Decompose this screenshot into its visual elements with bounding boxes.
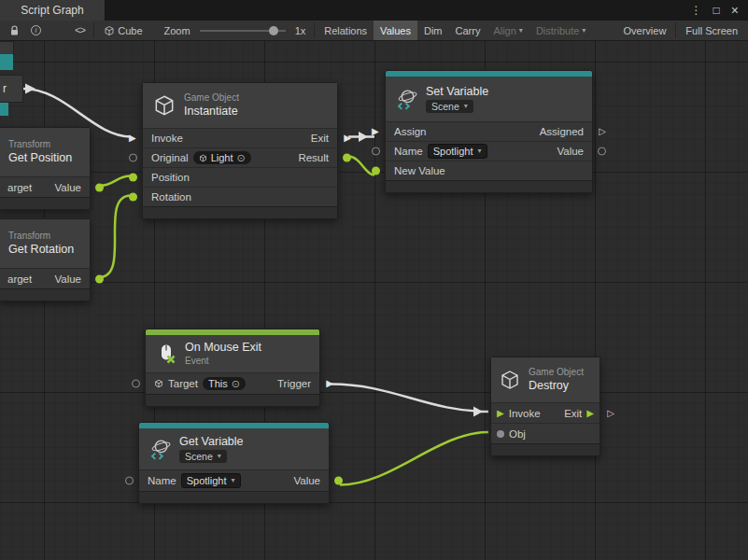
toolbar-separator [93, 22, 94, 38]
node-header: Transform Get Position [0, 128, 90, 176]
node-header: Transform Get Rotation [0, 219, 90, 268]
port-value-out[interactable] [95, 274, 104, 283]
tab-script-graph[interactable]: Script Graph [0, 0, 106, 21]
edit-source-icon[interactable]: <> [69, 21, 91, 40]
variable-name-dropdown[interactable]: Spotlight ▾ [181, 473, 241, 488]
wire-getposition-to-position[interactable] [99, 176, 131, 187]
port-label-assign: Assign [394, 126, 427, 137]
zoom-slider[interactable] [200, 24, 286, 37]
object-field-light[interactable]: Light ⊙ [193, 151, 251, 164]
node-get-variable[interactable]: Get Variable Scene ▾ Name Spotlight ▾ Va… [138, 422, 330, 504]
port-value-out[interactable] [598, 147, 606, 156]
port-assigned-out[interactable]: ▷ [599, 127, 606, 136]
node-header: Game Object Destroy [491, 357, 600, 402]
wire-result-to-newvalue[interactable] [348, 157, 374, 175]
port-row: ▶ Assign Assigned ▷ [386, 121, 592, 141]
clipped-node-fragment[interactable] [0, 41, 14, 55]
port-original-in[interactable] [129, 154, 137, 162]
node-set-variable[interactable]: Set Variable Scene ▾ ▶ Assign Assigned ▷… [385, 70, 593, 193]
variable-scope-dropdown[interactable]: Scene ▾ [179, 450, 227, 463]
toolbar-button-dim[interactable]: Dim [417, 21, 449, 40]
toolbar-button-align[interactable]: Align▾ [487, 21, 529, 40]
wire-arrowhead [25, 84, 35, 94]
node-on-mouse-exit[interactable]: On Mouse Exit Event Target This ⊙ Trigge… [145, 329, 320, 407]
port-row: Position [143, 167, 337, 187]
port-target-in[interactable] [132, 380, 140, 388]
maximize-icon[interactable]: □ [713, 5, 720, 16]
port-assign-in[interactable]: ▶ [372, 127, 379, 136]
port-label-value: Value [54, 273, 81, 285]
port-name-in[interactable] [125, 477, 134, 485]
wire-getrotation-to-rotation[interactable] [99, 196, 131, 278]
port-invoke-in[interactable]: ▶ [497, 409, 504, 418]
port-label-target: Target [168, 378, 198, 389]
port-obj-in[interactable] [497, 430, 504, 438]
toolbar-separator [675, 22, 676, 38]
port-name-in[interactable] [372, 147, 380, 156]
port-row: Target This ⊙ Trigger ▶ [146, 372, 319, 394]
port-exit-out-connector[interactable]: ▷ [607, 409, 614, 418]
wire-getvariable-to-obj[interactable] [340, 432, 488, 485]
game-object-icon [499, 369, 521, 391]
unity-visual-scripting-window: Script Graph ⋮ □ × i <> Cube Zoom 1x Rel… [0, 0, 748, 560]
port-label-exit: Exit [311, 133, 329, 144]
port-exit-out[interactable]: ▶ [344, 133, 351, 143]
port-position-in[interactable] [129, 174, 137, 182]
port-label-assigned: Assigned [540, 126, 584, 137]
node-instantiate[interactable]: Game Object Instantiate ▶ Invoke Exit ▶ … [142, 82, 338, 219]
graph-owner-button[interactable]: Cube [97, 21, 148, 40]
port-rotation-in[interactable] [129, 193, 137, 202]
chevron-down-icon: ▾ [519, 27, 523, 35]
wire-arrowhead [473, 407, 483, 417]
node-destroy[interactable]: Game Object Destroy ▶ Invoke Exit ▶ ▷ Ob… [490, 357, 600, 456]
variable-name-dropdown[interactable]: Spotlight ▾ [428, 144, 487, 159]
port-exit-out[interactable]: ▶ [586, 409, 594, 418]
tab-label: Script Graph [21, 4, 83, 17]
node-footer [143, 206, 337, 218]
variable-icon [395, 88, 418, 111]
cube-icon [104, 25, 115, 36]
object-field-value: Light [211, 152, 233, 163]
node-category: Transform [8, 231, 74, 242]
port-trigger-out[interactable]: ▶ [326, 379, 333, 388]
node-get-rotation[interactable]: Transform Get Rotation arget Value [0, 218, 91, 301]
object-field-this[interactable]: This ⊙ [203, 377, 246, 390]
toolbar-button-distribute[interactable]: Distribute▾ [529, 21, 592, 40]
node-subtitle: Event [185, 356, 261, 367]
node-get-position[interactable]: Transform Get Position arget Value [0, 127, 91, 210]
lock-icon-glyph [9, 25, 20, 36]
object-picker-icon[interactable]: ⊙ [232, 379, 240, 389]
toolbar-button-fullscreen[interactable]: Full Screen [679, 21, 744, 40]
window-controls: ⋮ □ × [691, 0, 748, 21]
port-row: ▶ Invoke Exit ▶ [143, 128, 337, 147]
graph-canvas[interactable]: r Transform Get Position arget Value [0, 41, 748, 560]
variable-scope-dropdown[interactable]: Scene ▾ [426, 100, 473, 113]
object-picker-icon[interactable]: ⊙ [237, 153, 246, 163]
node-category: Game Object [529, 367, 584, 378]
close-icon[interactable]: × [731, 4, 739, 17]
toolbar-button-carry[interactable]: Carry [449, 21, 487, 40]
toolbar-button-values[interactable]: Values [374, 21, 417, 40]
port-newvalue-in[interactable] [372, 167, 380, 175]
kebab-menu-icon[interactable]: ⋮ [691, 5, 702, 16]
port-result-out[interactable] [343, 154, 351, 162]
chevron-down-icon: ▾ [478, 147, 482, 155]
node-title: Destroy [529, 379, 584, 394]
info-icon[interactable]: i [25, 21, 47, 40]
port-value-out[interactable] [95, 183, 104, 191]
port-label-obj: Obj [509, 428, 526, 440]
node-title: Get Rotation [8, 243, 74, 258]
zoom-slider-knob[interactable] [269, 26, 278, 35]
toolbar-button-relations[interactable]: Relations [318, 21, 374, 40]
wire-trigger-to-invoke[interactable] [332, 385, 488, 413]
variable-icon [148, 438, 172, 461]
clipped-node-fragment[interactable]: r [0, 75, 23, 103]
node-footer [139, 491, 329, 503]
clipped-variable-node-fragment[interactable] [0, 103, 8, 116]
clipped-variable-node-fragment[interactable] [0, 54, 13, 70]
port-value-out[interactable] [334, 477, 343, 485]
port-invoke-in[interactable]: ▶ [129, 133, 136, 143]
toolbar-button-overview[interactable]: Overview [617, 21, 673, 40]
lock-icon[interactable] [4, 21, 25, 40]
node-footer [386, 180, 592, 192]
